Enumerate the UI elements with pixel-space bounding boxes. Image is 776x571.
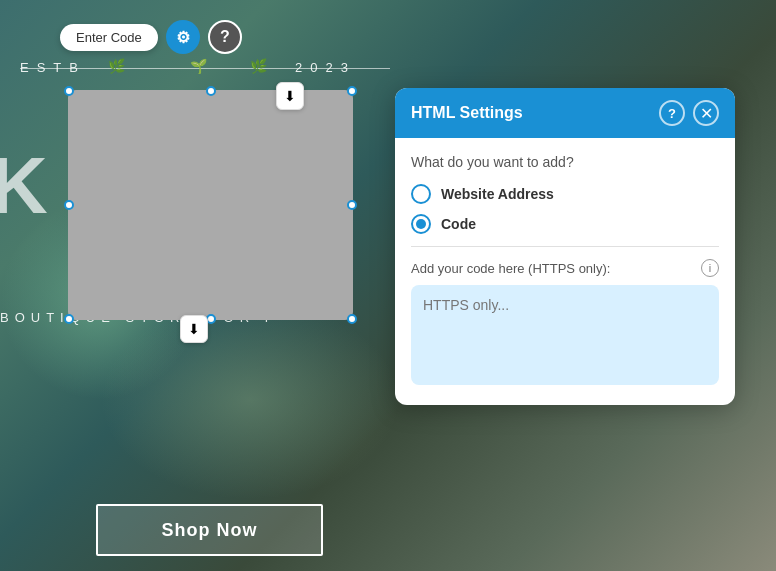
handle-br[interactable] (347, 314, 357, 324)
download-icon-bottom[interactable]: ⬇ (180, 315, 208, 343)
handle-ml[interactable] (64, 200, 74, 210)
panel-header: HTML Settings ? ✕ (395, 88, 735, 138)
option-code-label: Code (441, 216, 476, 232)
canvas-element[interactable] (68, 90, 353, 320)
shop-now-button[interactable]: Shop Now (96, 504, 323, 556)
help-icon: ? (220, 28, 230, 46)
option-website-label: Website Address (441, 186, 554, 202)
gear-button[interactable]: ⚙ (166, 20, 200, 54)
gear-icon: ⚙ (176, 28, 190, 47)
handle-tr[interactable] (347, 86, 357, 96)
download-icon-symbol: ⬇ (284, 88, 296, 104)
panel-header-icons: ? ✕ (659, 100, 719, 126)
handle-tl[interactable] (64, 86, 74, 96)
download-icon-top[interactable]: ⬇ (276, 82, 304, 110)
code-textarea[interactable] (411, 285, 719, 385)
panel-title: HTML Settings (411, 104, 523, 122)
html-settings-panel: HTML Settings ? ✕ What do you want to ad… (395, 88, 735, 405)
handle-bl[interactable] (64, 314, 74, 324)
code-label: Add your code here (HTTPS only): (411, 261, 610, 276)
radio-code[interactable] (411, 214, 431, 234)
option-website[interactable]: Website Address (411, 184, 719, 204)
panel-help-button[interactable]: ? (659, 100, 685, 126)
radio-website[interactable] (411, 184, 431, 204)
help-button[interactable]: ? (208, 20, 242, 54)
top-bar: Enter Code ⚙ ? (60, 20, 242, 54)
divider (411, 246, 719, 247)
handle-mr[interactable] (347, 200, 357, 210)
download-icon-symbol-2: ⬇ (188, 321, 200, 337)
info-icon[interactable]: i (701, 259, 719, 277)
code-label-row: Add your code here (HTTPS only): i (411, 259, 719, 277)
panel-question: What do you want to add? (411, 154, 719, 170)
estb-text: ESTB 2023 (20, 60, 356, 75)
handle-tm[interactable] (206, 86, 216, 96)
leaf-icon-left: 🌿 (108, 58, 125, 74)
big-letter: K (0, 140, 46, 232)
panel-body: What do you want to add? Website Address… (395, 138, 735, 405)
leaf-icon-right: 🌿 (250, 58, 267, 74)
panel-close-button[interactable]: ✕ (693, 100, 719, 126)
enter-code-button[interactable]: Enter Code (60, 24, 158, 51)
option-code[interactable]: Code (411, 214, 719, 234)
leaf-icon-center: 🌱 (190, 58, 207, 74)
